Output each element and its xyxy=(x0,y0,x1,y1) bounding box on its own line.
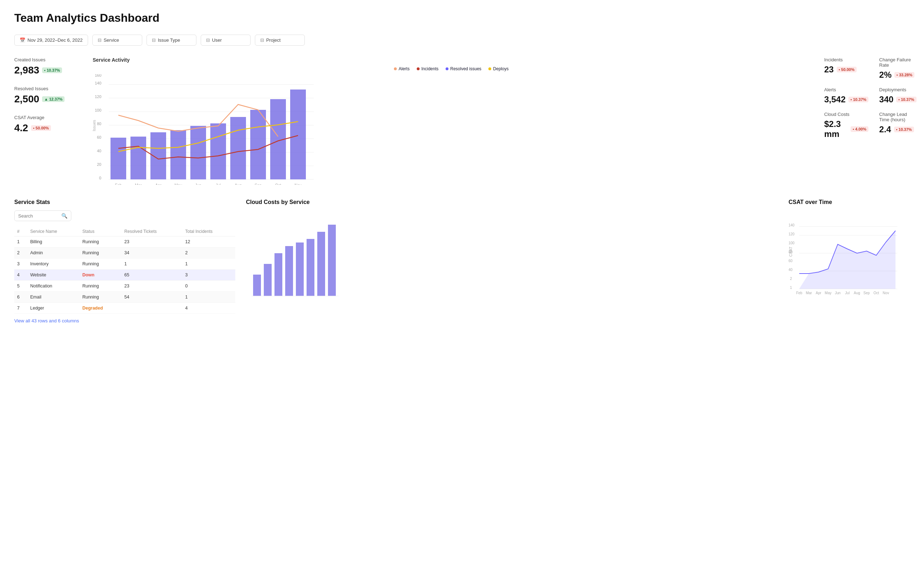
service-stats-section: Service Stats 🔍 # Service Name Status Re… xyxy=(14,199,235,324)
change-lead-time-badge: ▪ 10.37% xyxy=(894,127,914,132)
svg-text:100: 100 xyxy=(95,108,101,112)
cell-num: 4 xyxy=(14,270,28,281)
cell-num: 5 xyxy=(14,281,28,292)
legend-deploys: Deploys xyxy=(488,66,508,71)
svg-text:0: 0 xyxy=(99,176,101,180)
table-row: 6 Email Running 54 1 xyxy=(14,292,235,303)
project-filter[interactable]: ⊟ Project xyxy=(255,35,305,46)
issue-type-filter[interactable]: ⊟ Issue Type xyxy=(147,35,196,46)
legend-label-incidents: Incidents xyxy=(421,66,439,71)
cloud-costs-value: $2.3 mm ▪ 4.00% xyxy=(824,119,868,139)
csat-average-badge: ▪ 50.00% xyxy=(31,125,51,131)
cell-incidents: 1 xyxy=(183,292,235,303)
cell-status: Running xyxy=(79,236,122,248)
csat-section: CSAT over Time 1 2 40 60 80 100 120 140 … xyxy=(789,199,910,324)
table-header-row: # Service Name Status Resolved Tickets T… xyxy=(14,227,235,236)
table-row: 4 Website Down 65 3 xyxy=(14,270,235,281)
cell-resolved: 1 xyxy=(122,258,183,270)
legend-dot-incidents xyxy=(417,68,419,70)
table-row: 7 Ledger Degraded 4 xyxy=(14,303,235,314)
svg-text:Mar: Mar xyxy=(135,183,142,185)
svg-rect-20 xyxy=(130,137,146,179)
cell-incidents: 0 xyxy=(183,281,235,292)
service-activity-chart: Service Activity Alerts Incidents Resolv… xyxy=(86,57,817,185)
cell-service-name: Billing xyxy=(28,236,79,248)
legend-label-deploys: Deploys xyxy=(493,66,508,71)
svg-text:Jul: Jul xyxy=(216,183,221,185)
change-lead-time-label: Change Lead Time (hours) xyxy=(879,112,916,122)
service-filter-label: Service xyxy=(104,38,119,43)
legend-dot-deploys xyxy=(488,68,491,70)
legend-dot-alerts xyxy=(394,68,397,70)
svg-text:60: 60 xyxy=(789,259,793,263)
change-failure-rate-value: 2% ▪ 33.28% xyxy=(879,70,916,80)
svg-rect-45 xyxy=(307,239,314,296)
cloud-costs-title: Cloud Costs by Service xyxy=(246,199,778,205)
user-filter[interactable]: ⊟ User xyxy=(201,35,251,46)
table-row: 3 Inventory Running 1 1 xyxy=(14,258,235,270)
created-issues-stat: Created Issues 2,983 ▪ 10.37% xyxy=(14,57,78,76)
date-filter[interactable]: 📅 Nov 29, 2022–Dec 6, 2022 xyxy=(14,35,88,46)
csat-average-value: 4.2 ▪ 50.00% xyxy=(14,122,78,134)
svg-rect-44 xyxy=(296,243,304,296)
legend-label-alerts: Alerts xyxy=(399,66,409,71)
csat-chart: 1 2 40 60 80 100 120 140 CSAT Feb Mar A xyxy=(789,210,903,296)
search-box[interactable]: 🔍 xyxy=(14,210,71,221)
service-filter[interactable]: ⊟ Service xyxy=(92,35,142,46)
svg-text:2: 2 xyxy=(790,277,792,281)
cell-incidents: 3 xyxy=(183,270,235,281)
created-issues-value: 2,983 ▪ 10.37% xyxy=(14,64,78,76)
svg-text:Sep: Sep xyxy=(254,183,262,185)
service-table-body: 1 Billing Running 23 12 2 Admin Running … xyxy=(14,236,235,314)
issue-type-filter-label: Issue Type xyxy=(158,38,180,43)
badge-icon-green: ▪ xyxy=(44,68,46,73)
change-failure-rate-stat: Change Failure Rate 2% ▪ 33.28% xyxy=(879,57,916,80)
svg-text:Mar: Mar xyxy=(806,291,812,295)
filter-icon-issue: ⊟ xyxy=(152,38,156,43)
table-row: 2 Admin Running 34 2 xyxy=(14,248,235,258)
svg-text:Feb: Feb xyxy=(796,291,802,295)
cloud-costs-section: Cloud Costs by Service xyxy=(246,199,778,324)
legend-resolved: Resolved issues xyxy=(446,66,481,71)
incidents-stat: Incidents 23 ▪ 50.00% xyxy=(824,57,868,80)
svg-text:Aug: Aug xyxy=(234,183,242,185)
col-num: # xyxy=(14,227,28,236)
created-issues-label: Created Issues xyxy=(14,57,78,63)
calendar-icon: 📅 xyxy=(20,38,25,43)
csat-average-stat: CSAT Average 4.2 ▪ 50.00% xyxy=(14,115,78,134)
legend-dot-resolved xyxy=(446,68,449,70)
cell-resolved: 34 xyxy=(122,248,183,258)
search-input[interactable] xyxy=(18,213,58,218)
svg-text:May: May xyxy=(175,183,182,185)
cell-num: 6 xyxy=(14,292,28,303)
svg-text:100: 100 xyxy=(789,241,795,245)
alerts-label: Alerts xyxy=(824,87,868,93)
svg-rect-41 xyxy=(264,264,272,296)
svg-text:May: May xyxy=(825,291,832,295)
cloud-costs-chart xyxy=(246,210,346,303)
chart-title: Service Activity xyxy=(93,57,810,63)
cell-service-name: Inventory xyxy=(28,258,79,270)
svg-text:CSAT: CSAT xyxy=(789,246,793,257)
date-filter-label: Nov 29, 2022–Dec 6, 2022 xyxy=(28,38,83,43)
svg-text:140: 140 xyxy=(789,223,795,227)
svg-rect-42 xyxy=(274,253,282,296)
filter-bar: 📅 Nov 29, 2022–Dec 6, 2022 ⊟ Service ⊟ I… xyxy=(14,35,910,46)
change-lead-time-value: 2.4 ▪ 10.37% xyxy=(879,124,916,134)
cell-incidents: 1 xyxy=(183,258,235,270)
cell-incidents: 4 xyxy=(183,303,235,314)
svg-text:Apr: Apr xyxy=(155,183,161,185)
cell-incidents: 12 xyxy=(183,236,235,248)
svg-text:120: 120 xyxy=(789,232,795,236)
svg-rect-43 xyxy=(285,246,293,296)
svg-text:40: 40 xyxy=(789,268,793,272)
svg-text:Nov: Nov xyxy=(294,183,302,185)
cell-resolved: 23 xyxy=(122,236,183,248)
right-stats-panel: Incidents 23 ▪ 50.00% Change Failure Rat… xyxy=(817,57,910,185)
view-all-link[interactable]: View all 43 rows and 6 columns xyxy=(14,318,79,324)
deployments-badge: ▪ 10.37% xyxy=(896,97,916,103)
cell-resolved: 54 xyxy=(122,292,183,303)
resolved-issues-value: 2,500 ▲ 12.37% xyxy=(14,93,78,105)
incidents-value: 23 ▪ 50.00% xyxy=(824,64,868,74)
change-failure-rate-badge: ▪ 33.28% xyxy=(894,72,914,78)
